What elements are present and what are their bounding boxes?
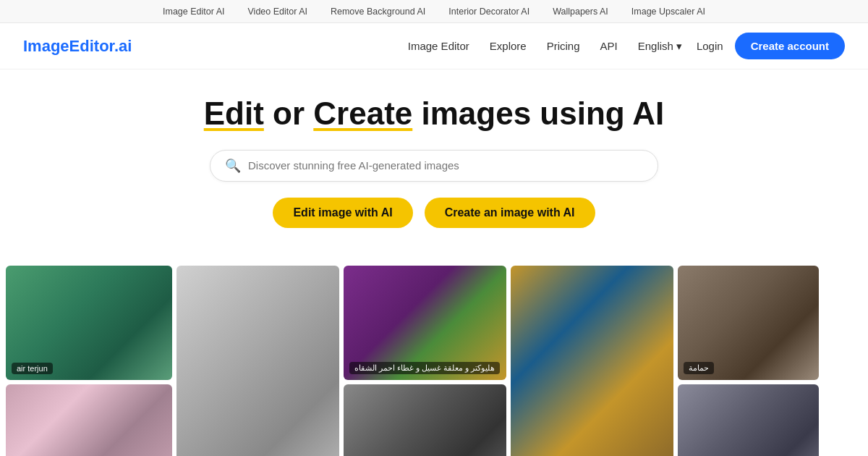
create-image-button[interactable]: Create an image with AI [425,198,595,228]
hero-title-create: Create [313,96,412,131]
image-label-room: حمامة [684,362,714,374]
topbar-link-wallpapers-ai[interactable]: Wallpapers AI [553,7,608,17]
topbar-link-image-editor-ai[interactable]: Image Editor AI [163,7,224,17]
image-label-waterfall: air terjun [12,363,53,374]
language-label: English [638,40,673,52]
hero-title: Edit or Create images using AI [204,96,665,132]
image-grid: air terjun هليوكتر و معلقة غسيل و غطاء ا… [0,266,868,456]
grid-item-arabic-men[interactable] [176,266,339,456]
grid-item-door[interactable] [511,266,673,456]
main-nav: ImageEditor.ai Image Editor Explore Pric… [0,23,868,69]
search-input[interactable] [248,159,643,172]
grid-item-waterfall[interactable]: air terjun [6,266,172,380]
logo[interactable]: ImageEditor.ai [23,37,132,56]
edit-image-button[interactable]: Edit image with AI [273,198,412,228]
top-bar: Image Editor AI Video Editor AI Remove B… [0,0,868,23]
search-bar: 🔍 [210,150,658,182]
topbar-link-video-editor-ai[interactable]: Video Editor AI [248,7,307,17]
grid-item-room[interactable]: حمامة [678,266,819,380]
grid-item-geometric[interactable]: 幼女被强奸 [678,384,819,456]
topbar-link-remove-background-ai[interactable]: Remove Background AI [331,7,425,17]
login-button[interactable]: Login [697,40,723,52]
topbar-link-image-upscaler-ai[interactable]: Image Upscaler AI [631,7,705,17]
hero-section: Edit or Create images using AI 🔍 Edit im… [0,69,868,266]
hero-title-edit: Edit [204,96,264,131]
language-button[interactable]: English ▾ [638,40,682,53]
create-account-button[interactable]: Create account [735,33,845,59]
grid-item-asian-girl[interactable] [6,384,172,456]
nav-pricing[interactable]: Pricing [547,40,580,52]
grid-item-chess[interactable]: خمس شمعات على طاوله خشبيه قديمه يخرج منه… [344,384,506,456]
nav-image-editor[interactable]: Image Editor [408,40,469,52]
nav-links: Image Editor Explore Pricing API [408,40,618,52]
cta-buttons: Edit image with AI Create an image with … [273,198,595,228]
nav-explore[interactable]: Explore [490,40,527,52]
search-icon: 🔍 [225,158,241,174]
topbar-link-interior-decorator-ai[interactable]: Interior Decorator AI [448,7,529,17]
image-label-mosque: هليوكتر و معلقة غسيل و غطاء احمر الشقاه [349,362,500,374]
nav-api[interactable]: API [600,40,618,52]
grid-item-mosque[interactable]: هليوكتر و معلقة غسيل و غطاء احمر الشقاه [344,266,506,380]
chevron-down-icon: ▾ [676,40,682,53]
